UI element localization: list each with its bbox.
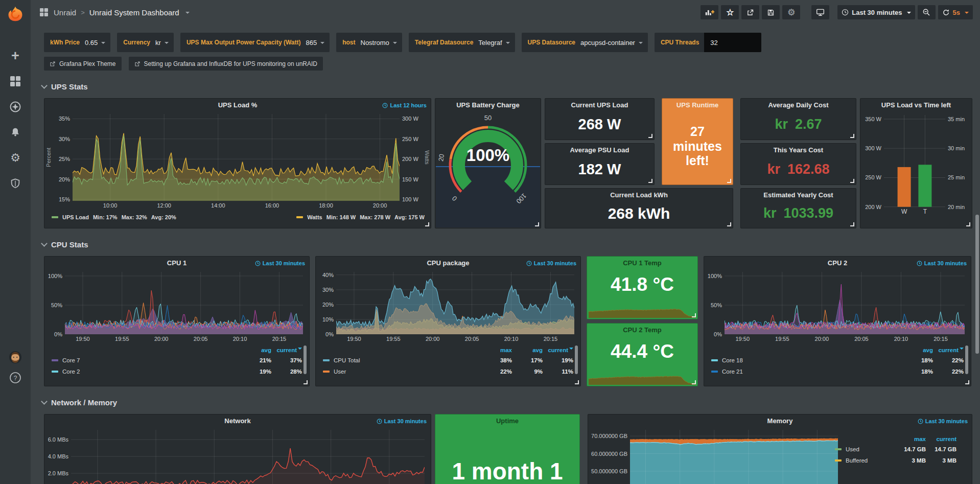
dashboard-link-label: Grafana Plex Theme [59,60,116,67]
legend-sort-column-current[interactable]: current [933,347,964,353]
x-tick-label: 19:50 [347,336,361,342]
legend-sort-column-current[interactable]: current [543,347,573,353]
legend-scrollbar[interactable] [575,345,578,374]
panel-estimated-yearly-cost[interactable]: Estimated Yearly Cost kr1033.99 [740,188,856,228]
legend-series-name[interactable]: Used [846,446,895,452]
y-tick-label: 20 min [948,204,965,210]
legend-series-name[interactable]: Core 21 [722,368,902,375]
legend-value-avg: 17% [512,357,543,363]
user-avatar[interactable] [9,351,22,364]
legend-sort-column-avg[interactable]: avg [512,347,543,353]
panel-cpu-1-temp[interactable]: CPU 1 Temp 41.8 °C [587,256,698,319]
ups-load-chart[interactable] [73,114,400,201]
stat-value: kr162.68 [741,157,856,185]
share-dashboard-button[interactable] [741,5,759,19]
dashboard-link-setting-up-grafana-and-influxdb-for-ups-monitoring-on-unraid[interactable]: Setting up Grafana and InfluxDB for UPS … [129,57,323,71]
legend-series-name[interactable]: Core 7 [62,357,241,363]
y-tick-label: 150 W [402,176,418,182]
variable-label: kWh Price [44,39,85,46]
bar-category-label: W [901,208,907,215]
cpu-package-chart[interactable] [336,272,574,334]
breadcrumb-app[interactable]: Unraid [54,8,76,17]
dashboards-grid-icon[interactable] [40,8,48,16]
x-tick-label: 10:00 [103,202,118,209]
variable-ups-datasource[interactable]: UPS Datasourceapcupsd-container [522,33,648,52]
panel-average-daily-cost[interactable]: Average Daily Cost kr2.67 [740,98,856,140]
help-icon[interactable]: ? [9,371,22,384]
time-picker-button[interactable]: Last 30 minutes [837,5,915,19]
explore-compass-icon[interactable] [9,100,22,113]
memory-chart[interactable] [630,430,838,484]
network-memory-row: Network Last 30 minutes 6.0 MBs4.0 MBs2.… [44,414,980,484]
legend-scrollbar[interactable] [304,345,307,374]
legend-series-name[interactable]: User [334,368,481,375]
legend-series-name[interactable]: Watts [307,214,322,220]
breadcrumb-dashboard-title[interactable]: Unraid System Dashboard [89,8,179,17]
alerting-bell-icon[interactable] [9,126,22,139]
legend-scrollbar[interactable] [965,345,968,374]
y-tick-label: 40% [322,272,334,278]
network-chart[interactable] [71,430,425,484]
dashboards-icon[interactable] [9,75,22,88]
variable-kwh-price[interactable]: kWh Price0.65 [44,33,110,52]
grafana-logo[interactable] [0,0,31,28]
panel-uptime[interactable]: Uptime 1 month 1 [435,414,580,484]
section-header-cpu-stats[interactable]: CPU Stats [42,239,980,250]
template-variables-row: kWh Price0.65CurrencykrUPS Max Output Po… [31,25,980,52]
refresh-button[interactable]: 5s [938,5,973,19]
add-panel-button[interactable] [701,5,718,19]
legend-sort-column-max[interactable]: max [895,436,926,442]
dashboard-picker-caret-icon[interactable] [185,12,190,16]
section-header-ups-stats[interactable]: UPS Stats [42,81,980,92]
variable-telegraf-datasource[interactable]: Telegraf DatasourceTelegraf [409,33,515,52]
panel-current-load-kwh[interactable]: Current Load kWh 268 kWh [545,188,733,228]
page-scrollbar[interactable] [975,215,979,354]
cpu1-chart[interactable] [65,272,303,334]
chevron-down-icon [393,42,397,46]
zoom-out-time-button[interactable] [918,5,936,19]
panel-cpu-2-temp[interactable]: CPU 2 Temp 44.4 °C [587,323,698,386]
nav-actions: ☆ ⚙ [701,5,973,19]
load-vs-time-bar-chart[interactable] [884,115,945,208]
panel-title[interactable]: UPS Load % [44,99,431,112]
legend-series-name[interactable]: Buffered [846,457,895,464]
legend-sort-column-current[interactable]: current [271,347,302,353]
legend-sort-column-max[interactable]: max [481,347,512,353]
y-tick-label: 60.000000 GB [591,451,627,457]
variable-host[interactable]: hostNostromo [336,33,402,52]
legend-swatch [711,359,718,361]
legend-series-name[interactable]: Core 18 [722,357,902,363]
save-dashboard-button[interactable] [762,5,780,19]
chevron-down-icon [506,42,510,46]
star-dashboard-button[interactable]: ☆ [721,5,739,19]
legend-sort-column-avg[interactable]: avg [241,347,271,353]
x-tick-label: 19:50 [76,336,90,342]
panel-cpu-package: CPU package Last 30 minutes 40%30%20%10%… [315,256,581,386]
legend-series-name[interactable]: UPS Load [62,214,89,220]
server-admin-shield-icon[interactable] [9,177,22,190]
panel-title[interactable]: UPS Battery Charge [435,99,541,112]
variable-ups-max-output-power-capacity-watt[interactable]: UPS Max Output Power Capacity (Watt)865 [180,33,330,52]
x-tick-label: 20:10 [504,336,519,342]
chevron-down-icon [165,42,169,46]
section-header-network-memory[interactable]: Network / Memory [42,397,980,408]
legend-series-name[interactable]: Core 2 [62,368,241,375]
dashboard-link-grafana-plex-theme[interactable]: Grafana Plex Theme [44,57,122,71]
legend-series-name[interactable]: CPU Total [334,357,481,363]
panel-this-years-cost[interactable]: This Years Cost kr162.68 [740,143,856,185]
variable-input[interactable] [704,33,761,52]
battery-gauge[interactable]: 02050100 [435,112,541,228]
panel-average-psu-load[interactable]: Average PSU Load 182 W [545,143,655,185]
panel-current-ups-load[interactable]: Current UPS Load 268 W [545,98,655,140]
variable-cpu-threads[interactable]: CPU Threads [655,33,761,52]
panel-ups-load: UPS Load % Last 12 hours Percent 35%30%2… [44,98,431,228]
add-icon[interactable]: + [9,49,22,62]
legend-sort-column-avg[interactable]: avg [902,347,933,353]
cpu2-chart[interactable] [725,272,965,334]
panel-ups-runtime[interactable]: UPS Runtime 27 minutes left! [662,98,733,185]
configuration-gear-icon[interactable]: ⚙ [9,151,22,165]
dashboard-settings-button[interactable]: ⚙ [782,5,800,19]
legend-sort-column-current[interactable]: current [926,436,956,442]
cycle-view-mode-button[interactable] [811,5,829,19]
variable-currency[interactable]: Currencykr [117,33,174,52]
